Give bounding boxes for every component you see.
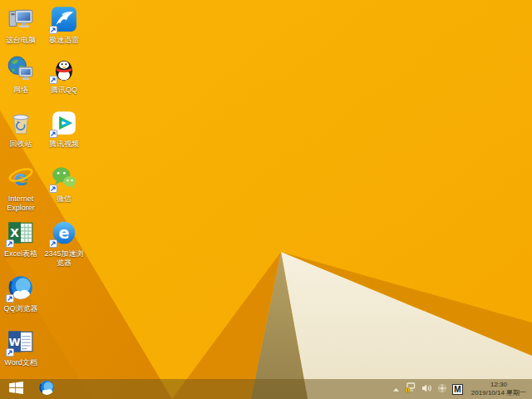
shortcut-arrow-icon	[6, 348, 14, 357]
network-warning-icon	[405, 382, 416, 397]
desktop-icon-network[interactable]: 网络	[0, 55, 42, 95]
chevron-up-icon	[392, 382, 400, 397]
desktop-icon-2345-browser[interactable]: e 2345加速浏览器	[43, 219, 85, 268]
excel-icon: X	[7, 219, 35, 247]
svg-text:e: e	[59, 224, 70, 243]
network-status-tray[interactable]	[405, 382, 416, 397]
tray-app-button[interactable]	[437, 382, 447, 397]
qq-penguin-icon	[50, 55, 78, 83]
desktop-icon-label: Word文档	[0, 358, 42, 367]
desktop-icon-label: 回收站	[0, 140, 42, 149]
svg-text:W: W	[9, 336, 21, 348]
desktop-icon-xunlei-speed[interactable]: 极速迅雷	[43, 5, 85, 45]
start-button[interactable]	[0, 379, 32, 399]
taskbar: M 12:30 2019/10/14 星期一	[0, 379, 532, 399]
shortcut-arrow-icon	[6, 239, 14, 248]
word-icon: W	[7, 328, 35, 356]
desktop-icon-word[interactable]: W Word文档	[0, 328, 42, 367]
desktop-icon-internet-explorer[interactable]: e Internet Explorer	[0, 164, 42, 213]
desktop-icon-qq-browser[interactable]: QQ浏览器	[0, 273, 42, 313]
shortcut-arrow-icon	[49, 130, 57, 138]
wechat-icon	[50, 164, 78, 192]
desktop-icon-label: Excel表格	[0, 249, 42, 259]
tencent-video-icon	[50, 109, 78, 137]
this-pc-icon	[7, 5, 35, 33]
volume-icon	[421, 382, 432, 397]
desktop-icon-label: 腾讯视频	[43, 140, 85, 149]
svg-text:X: X	[10, 226, 19, 239]
2345-browser-icon: e	[50, 219, 78, 247]
qq-browser-icon	[38, 379, 56, 399]
desktop-icon-label: QQ浏览器	[0, 304, 42, 313]
clock-date: 2019/10/14 星期一	[468, 389, 530, 397]
desktop-icon-this-pc[interactable]: 这台电脑	[0, 5, 42, 45]
desktop-icon-label: 微信	[43, 195, 85, 204]
clock-time: 12:30	[468, 381, 530, 389]
desktop-icon-label: 腾讯QQ	[43, 86, 85, 95]
desktop-icon-label: 这台电脑	[0, 36, 42, 45]
volume-tray[interactable]	[421, 382, 432, 397]
taskbar-qq-browser-button[interactable]	[32, 379, 62, 399]
desktop-icon-label: 极速迅雷	[43, 36, 85, 45]
windows-logo-icon	[9, 382, 23, 397]
desktop-icon-label: Internet Explorer	[0, 195, 42, 213]
desktop-icon-tencent-video[interactable]: 腾讯视频	[43, 109, 85, 149]
desktop-icon-wechat[interactable]: 微信	[43, 164, 85, 204]
xunlei-bird-icon	[50, 5, 78, 33]
shortcut-arrow-icon	[49, 26, 57, 34]
desktop-icon-excel[interactable]: X Excel表格	[0, 219, 42, 259]
shortcut-arrow-icon	[49, 239, 57, 248]
shortcut-arrow-icon	[49, 76, 57, 84]
shortcut-arrow-icon	[49, 185, 57, 193]
desktop-icon-tencent-qq[interactable]: 腾讯QQ	[43, 55, 85, 95]
taskbar-clock[interactable]: 12:30 2019/10/14 星期一	[468, 381, 530, 397]
show-hidden-icons-button[interactable]	[392, 382, 400, 397]
desktop-icon-recycle-bin[interactable]: 回收站	[0, 109, 42, 149]
tray-app-icon	[437, 382, 447, 397]
network-globe-icon	[7, 55, 35, 83]
desktop-icon-label: 网络	[0, 86, 42, 95]
recycle-bin-icon	[7, 109, 35, 137]
system-tray: M 12:30 2019/10/14 星期一	[392, 381, 532, 397]
input-method-indicator[interactable]: M	[452, 384, 463, 395]
ie-icon: e	[7, 164, 35, 192]
desktop[interactable]: 这台电脑 极速迅雷	[0, 0, 532, 399]
desktop-icon-label: 2345加速浏览器	[43, 249, 85, 268]
qq-browser-icon	[7, 273, 35, 302]
shortcut-arrow-icon	[6, 294, 14, 303]
